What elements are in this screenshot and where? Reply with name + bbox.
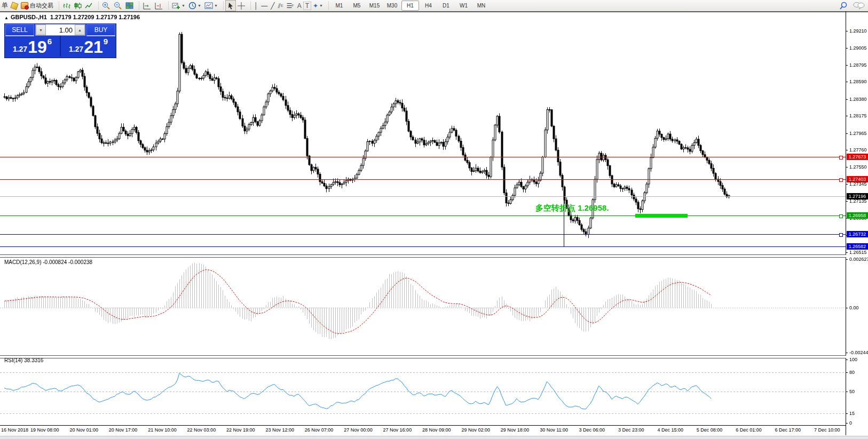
cursor-button[interactable] (225, 0, 236, 11)
chart-shift-icon (154, 2, 163, 10)
horizontal-line-object[interactable] (0, 157, 846, 157)
price-level-badge: 1.27403 (847, 176, 868, 182)
pane-separator-rsi[interactable] (0, 355, 846, 358)
price-axis-tick-mark (846, 116, 848, 116)
timeframe-w1[interactable]: W1 (455, 1, 472, 10)
rsi-axis-tick: 0 (849, 420, 852, 426)
thick-green-level-bar[interactable] (635, 214, 688, 218)
equidistant-channel-tool[interactable]: ⫽E (277, 1, 285, 11)
time-axis-label: 20 Nov 17:00 (109, 427, 138, 433)
time-axis-label: 6 Dec 17:00 (775, 427, 801, 433)
horizontal-line-tool[interactable]: — (259, 1, 269, 11)
trendline-tool[interactable]: ╱ (269, 1, 276, 11)
horizontal-line-object[interactable] (0, 179, 846, 180)
collapse-arrow-icon[interactable]: ▲ (4, 15, 9, 20)
time-axis-label: 26 Nov 07:00 (305, 427, 334, 433)
vertical-line-tool[interactable]: │ (252, 1, 260, 11)
line-endpoint-marker[interactable] (839, 233, 843, 237)
arrows-tool[interactable]: ✦ ▼ (311, 1, 325, 11)
price-axis-tick-mark (846, 99, 848, 100)
toolbar-separator (165, 2, 169, 10)
price-axis-tick-mark (846, 150, 848, 150)
line-endpoint-marker[interactable] (839, 178, 843, 182)
template-icon (204, 2, 213, 9)
ohlc-values: 1.27179 1.27209 1.27179 1.27196 (50, 14, 140, 20)
time-axis-label: 16 Nov 2018 (1, 427, 28, 433)
price-level-badge: 1.27196 (847, 193, 868, 199)
timeframe-h1[interactable]: H1 (401, 1, 419, 11)
templates-button[interactable]: ▼ (203, 1, 219, 11)
zoom-out-button[interactable] (112, 1, 124, 11)
timeframe-m5[interactable]: M5 (349, 1, 365, 10)
volume-decrease-button[interactable]: ▼ (36, 25, 46, 35)
timeframe-m1[interactable]: M1 (331, 1, 348, 10)
macd-axis-tick-mark (846, 308, 848, 308)
toolbar-separator (56, 2, 59, 10)
bar-chart-type-button[interactable] (61, 1, 72, 11)
candlestick-chart-type-button[interactable] (72, 1, 83, 11)
rsi-label: RSI(14) 38.3316 (4, 357, 43, 363)
dropdown-arrow-icon: ▼ (214, 4, 218, 7)
price-axis-tick: 1.29005 (849, 45, 867, 51)
text-tool[interactable]: A (296, 1, 303, 11)
crosshair-button[interactable] (236, 1, 247, 11)
price-axis-tick: 1.29210 (849, 28, 867, 34)
chart-shift-button[interactable] (153, 1, 164, 11)
volume-control: ▼ ▲ (35, 24, 85, 36)
horizontal-line-object[interactable] (0, 215, 846, 216)
search-icon[interactable] (839, 2, 848, 10)
autotrading-label: 自动交易 (30, 2, 53, 10)
line-endpoint-marker[interactable] (839, 214, 843, 218)
price-scale-border (846, 11, 846, 435)
timeframe-m15[interactable]: M15 (366, 1, 383, 10)
chat-icon[interactable] (853, 2, 865, 10)
price-axis-tick-mark (846, 48, 848, 49)
timeframe-m30[interactable]: M30 (384, 1, 400, 10)
price-axis-tick-mark (846, 184, 848, 185)
expert-advisor-icon[interactable] (10, 1, 19, 11)
buy-price-prefix: 1.27 (69, 45, 83, 53)
tile-windows-icon (125, 2, 133, 9)
sell-price-area[interactable]: 1.27 19 6 (5, 36, 61, 57)
horizontal-line-object[interactable] (0, 196, 846, 197)
buy-button[interactable]: BUY (86, 24, 115, 36)
macd-indicator-chart[interactable] (0, 257, 846, 355)
periods-button[interactable]: ▼ (187, 1, 203, 11)
mt4-window: 单 自动交易 (0, 0, 868, 439)
time-axis-label: 22 Nov 19:00 (226, 427, 255, 433)
symbol-period-label: GBPUSD-,H1 (11, 14, 47, 20)
line-chart-type-button[interactable] (83, 1, 94, 11)
timeframe-d1[interactable]: D1 (438, 1, 454, 10)
line-endpoint-marker[interactable] (839, 156, 843, 159)
timeframe-mn[interactable]: MN (473, 1, 490, 10)
text-label-tool[interactable]: T (303, 2, 311, 10)
pane-separator-macd[interactable] (0, 254, 846, 258)
rsi-axis-tick: 100 (849, 357, 857, 362)
buy-price-area[interactable]: 1.27 21 9 (61, 36, 116, 57)
volume-input[interactable] (46, 25, 75, 35)
rsi-axis-tick-mark (846, 423, 848, 424)
autotrading-button[interactable]: 自动交易 (19, 1, 55, 11)
zoom-out-icon (114, 2, 122, 10)
rsi-indicator-chart[interactable] (0, 357, 846, 425)
zoom-in-button[interactable] (100, 1, 112, 11)
cursor-icon (227, 2, 234, 10)
fibonacci-tool[interactable]: ☰F (285, 1, 296, 11)
sell-button[interactable]: SELL (5, 24, 34, 36)
tile-windows-button[interactable] (124, 1, 135, 11)
buy-price-pip: 9 (104, 37, 108, 46)
indicators-icon (172, 2, 180, 10)
main-price-chart[interactable] (0, 12, 846, 254)
indicators-button[interactable]: ▼ (170, 1, 187, 11)
timeframe-h4[interactable]: H4 (420, 1, 437, 10)
toolbar-separator (95, 2, 99, 10)
horizontal-line-object[interactable] (0, 246, 846, 247)
dropdown-arrow-icon: ▼ (198, 4, 201, 7)
volume-increase-button[interactable]: ▲ (75, 25, 85, 35)
macd-axis-tick: 0.002627 (849, 257, 868, 262)
new-order-button[interactable]: 单 (0, 1, 10, 11)
horizontal-line-object[interactable] (0, 234, 846, 235)
price-axis-tick: 1.28795 (849, 62, 867, 68)
chart-annotation-text[interactable]: 多空转折点 1.26958. (535, 203, 609, 213)
auto-scroll-button[interactable] (141, 1, 153, 11)
